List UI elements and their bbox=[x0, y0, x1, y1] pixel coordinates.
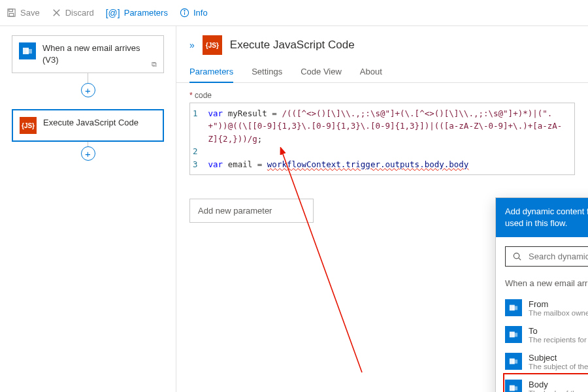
code-editor[interactable]: 1 23 var myResult = /(([^<>()[\]\\.,;:\s… bbox=[189, 103, 575, 175]
js-icon: {JS} bbox=[20, 117, 37, 134]
svg-rect-15 bbox=[512, 333, 517, 337]
svg-line-11 bbox=[519, 258, 521, 260]
save-button[interactable]: Save bbox=[7, 8, 40, 18]
popup-message: Add dynamic content from the apps and co… bbox=[505, 206, 588, 229]
parameters-icon: [@] bbox=[106, 8, 120, 18]
search-icon bbox=[512, 252, 522, 261]
discard-button[interactable]: Discard bbox=[52, 8, 94, 18]
info-button[interactable]: Info bbox=[180, 8, 208, 18]
add-parameter-dropdown[interactable]: Add new parameter bbox=[189, 199, 314, 223]
svg-rect-13 bbox=[512, 306, 517, 310]
parameters-label: Parameters bbox=[124, 8, 168, 18]
panel-header: » {JS} Execute JavaScript Code bbox=[176, 26, 588, 61]
action-title: Execute JavaScript Code bbox=[43, 117, 139, 129]
tab-codeview[interactable]: Code View bbox=[301, 61, 342, 82]
save-icon bbox=[7, 8, 16, 18]
item-description: The recipients for the message bbox=[529, 336, 588, 344]
close-icon bbox=[52, 8, 61, 18]
outlook-icon bbox=[505, 299, 522, 316]
item-title: Subject bbox=[529, 353, 588, 363]
collapse-button[interactable]: » bbox=[189, 40, 195, 50]
info-label: Info bbox=[193, 8, 208, 18]
tab-settings[interactable]: Settings bbox=[252, 61, 282, 82]
code-content[interactable]: var myResult = /(([^<>()[\]\\.,;:\s@"]+(… bbox=[203, 103, 574, 174]
top-toolbar: Save Discard [@] Parameters Info bbox=[0, 0, 588, 26]
outlook-icon bbox=[19, 42, 36, 59]
link-icon: ⧉ bbox=[152, 60, 157, 69]
add-step-button[interactable]: + bbox=[81, 83, 95, 97]
parameters-button[interactable]: [@] Parameters bbox=[106, 8, 168, 18]
tab-parameters[interactable]: Parameters bbox=[189, 61, 233, 83]
outlook-icon bbox=[505, 326, 522, 343]
svg-rect-1 bbox=[9, 9, 13, 12]
info-icon bbox=[180, 8, 189, 18]
outlook-icon bbox=[505, 353, 522, 370]
panel-tabs: Parameters Settings Code View About bbox=[176, 61, 588, 83]
item-description: The body of the message bbox=[529, 389, 588, 392]
dynamic-content-item[interactable]: SubjectThe subject of the message bbox=[505, 348, 588, 375]
item-title: Body bbox=[529, 380, 588, 389]
dynamic-content-item[interactable]: FromThe mailbox owner and sender of the … bbox=[505, 295, 588, 321]
trigger-card[interactable]: When a new email arrives (V3) ⧉ bbox=[12, 35, 164, 73]
panel-title: Execute JavaScript Code bbox=[230, 39, 355, 52]
action-card[interactable]: {JS} Execute JavaScript Code bbox=[12, 109, 164, 142]
group-title: When a new email arrives (V3) bbox=[505, 278, 588, 288]
svg-rect-19 bbox=[512, 387, 517, 391]
svg-rect-2 bbox=[9, 13, 14, 16]
action-details-panel: » {JS} Execute JavaScript Code Parameter… bbox=[176, 26, 588, 392]
item-description: The mailbox owner and sender of the mess… bbox=[529, 309, 588, 317]
workflow-designer: When a new email arrives (V3) ⧉ + {JS} E… bbox=[0, 26, 176, 392]
tab-about[interactable]: About bbox=[360, 61, 382, 82]
discard-label: Discard bbox=[65, 8, 94, 18]
item-title: To bbox=[529, 326, 588, 336]
outlook-icon bbox=[505, 380, 522, 392]
save-label: Save bbox=[20, 8, 40, 18]
svg-point-7 bbox=[184, 10, 185, 11]
dynamic-content-popup: Add dynamic content from the apps and co… bbox=[495, 197, 588, 392]
dynamic-content-search[interactable] bbox=[505, 246, 588, 267]
code-gutter: 1 23 bbox=[190, 103, 203, 174]
svg-rect-9 bbox=[26, 49, 32, 54]
code-label: * code bbox=[189, 91, 575, 100]
svg-rect-17 bbox=[512, 360, 517, 364]
js-icon: {JS} bbox=[203, 35, 222, 55]
search-input[interactable] bbox=[529, 252, 588, 261]
item-title: From bbox=[529, 299, 588, 309]
dynamic-content-item[interactable]: ToThe recipients for the message bbox=[505, 321, 588, 348]
add-step-button[interactable]: + bbox=[81, 146, 95, 161]
svg-point-10 bbox=[514, 253, 519, 259]
dynamic-content-item[interactable]: BodyThe body of the message bbox=[505, 375, 588, 392]
item-description: The subject of the message bbox=[529, 363, 588, 370]
trigger-title: When a new email arrives (V3) bbox=[42, 42, 157, 66]
